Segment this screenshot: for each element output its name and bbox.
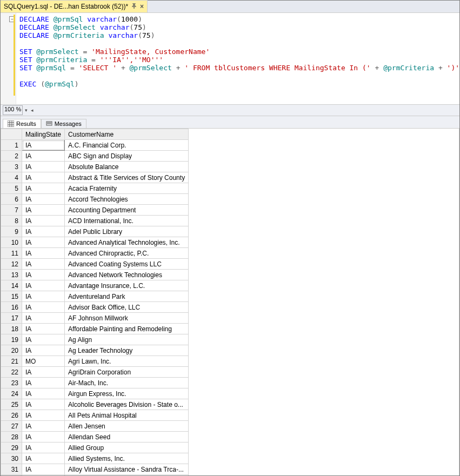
table-row[interactable]: 27IAAllen Jensen <box>1 421 189 432</box>
cell-mailingstate[interactable]: IA <box>22 421 65 432</box>
cell-customername[interactable]: AgriDrain Corporation <box>65 367 189 378</box>
table-row[interactable]: 25IAAlcoholic Beverages Division - State… <box>1 399 189 410</box>
cell-customername[interactable]: Agri Lawn, Inc. <box>65 356 189 367</box>
table-row[interactable]: 22IAAgriDrain Corporation <box>1 367 189 378</box>
cell-customername[interactable]: Allen Jensen <box>65 421 189 432</box>
cell-mailingstate[interactable]: IA <box>22 226 65 237</box>
table-row[interactable]: 32IAAllsteel, Inc. <box>1 475 189 476</box>
cell-mailingstate[interactable]: IA <box>22 453 65 464</box>
table-row[interactable]: 15IAAdventureland Park <box>1 291 189 302</box>
cell-mailingstate[interactable]: IA <box>22 172 65 183</box>
cell-customername[interactable]: Adel Public Library <box>65 226 189 237</box>
cell-mailingstate[interactable]: IA <box>22 432 65 443</box>
table-row[interactable]: 8IAACD International, Inc. <box>1 216 189 226</box>
table-row[interactable]: 12IAAdvanced Coating Systems LLC <box>1 259 189 270</box>
cell-customername[interactable]: Abstract & Title Services of Story Count… <box>65 172 189 183</box>
cell-customername[interactable]: Ag Leader Technology <box>65 345 189 356</box>
col-mailingstate[interactable]: MailingState <box>22 129 65 140</box>
cell-mailingstate[interactable]: IA <box>22 280 65 291</box>
cell-mailingstate[interactable]: IA <box>22 388 65 399</box>
cell-mailingstate[interactable]: IA <box>22 140 65 151</box>
cell-mailingstate[interactable]: IA <box>22 443 65 453</box>
cell-mailingstate[interactable]: IA <box>22 151 65 162</box>
cell-mailingstate[interactable]: IA <box>22 410 65 421</box>
table-row[interactable]: 19IAAg Align <box>1 334 189 345</box>
cell-customername[interactable]: Advanced Chiropractic, P.C. <box>65 248 189 259</box>
cell-customername[interactable]: AF Johnson Millwork <box>65 313 189 324</box>
col-customername[interactable]: CustomerName <box>65 129 189 140</box>
table-row[interactable]: 9IAAdel Public Library <box>1 226 189 237</box>
cell-mailingstate[interactable]: IA <box>22 345 65 356</box>
cell-mailingstate[interactable]: IA <box>22 194 65 205</box>
cell-customername[interactable]: Ag Align <box>65 334 189 345</box>
zoom-selector[interactable]: 100 % <box>3 105 23 115</box>
cell-customername[interactable]: ACD International, Inc. <box>65 216 189 226</box>
cell-customername[interactable]: Allendan Seed <box>65 432 189 443</box>
cell-mailingstate[interactable]: IA <box>22 291 65 302</box>
cell-customername[interactable]: Advisor Back Office, LLC <box>65 302 189 313</box>
table-row[interactable]: 13IAAdvanced Network Technologies <box>1 270 189 280</box>
table-row[interactable]: 2IAABC Sign and Display <box>1 151 189 162</box>
scroll-left-icon[interactable]: ◂ <box>31 108 34 113</box>
cell-customername[interactable]: Air-Mach, Inc. <box>65 378 189 388</box>
cell-mailingstate[interactable]: MO <box>22 356 65 367</box>
cell-customername[interactable]: Affordable Painting and Remodeling <box>65 324 189 334</box>
results-grid[interactable]: MailingState CustomerName 1IAA.C. Financ… <box>1 129 189 475</box>
cell-mailingstate[interactable]: IA <box>22 367 65 378</box>
cell-customername[interactable]: Alcoholic Beverages Division - State o..… <box>65 399 189 410</box>
cell-customername[interactable]: Absolute Balance <box>65 162 189 172</box>
table-row[interactable]: 26IAAll Pets Animal Hospital <box>1 410 189 421</box>
cell-customername[interactable]: Advanced Network Technologies <box>65 270 189 280</box>
cell-customername[interactable]: Adventureland Park <box>65 291 189 302</box>
table-row[interactable]: 29IAAllied Group <box>1 443 189 453</box>
table-row[interactable]: 23IAAir-Mach, Inc. <box>1 378 189 388</box>
cell-mailingstate[interactable]: IA <box>22 237 65 248</box>
table-row[interactable]: 16IAAdvisor Back Office, LLC <box>1 302 189 313</box>
cell-mailingstate[interactable]: IA <box>22 464 65 475</box>
table-row[interactable]: 11IAAdvanced Chiropractic, P.C. <box>1 248 189 259</box>
cell-mailingstate[interactable]: IA <box>22 216 65 226</box>
cell-mailingstate[interactable]: IA <box>22 399 65 410</box>
cell-customername[interactable]: ABC Sign and Display <box>65 151 189 162</box>
cell-mailingstate[interactable]: IA <box>22 183 65 194</box>
cell-customername[interactable]: Alloy Virtual Assistance - Sandra Trca-.… <box>65 464 189 475</box>
cell-customername[interactable]: A.C. Financial Corp. <box>65 140 189 151</box>
cell-mailingstate[interactable]: IA <box>22 270 65 280</box>
table-row[interactable]: 31IAAlloy Virtual Assistance - Sandra Tr… <box>1 464 189 475</box>
table-row[interactable]: 6IAAccord Technologies <box>1 194 189 205</box>
cell-mailingstate[interactable]: IA <box>22 313 65 324</box>
chevron-down-icon[interactable]: ▾ <box>25 108 28 113</box>
table-row[interactable]: 1IAA.C. Financial Corp. <box>1 140 189 151</box>
table-row[interactable]: 17IAAF Johnson Millwork <box>1 313 189 324</box>
table-row[interactable]: 3IAAbsolute Balance <box>1 162 189 172</box>
cell-mailingstate[interactable]: IA <box>22 475 65 476</box>
table-row[interactable]: 4IAAbstract & Title Services of Story Co… <box>1 172 189 183</box>
cell-customername[interactable]: Allied Systems, Inc. <box>65 453 189 464</box>
cell-mailingstate[interactable]: IA <box>22 248 65 259</box>
cell-customername[interactable]: Advanced Coating Systems LLC <box>65 259 189 270</box>
table-row[interactable]: 20IAAg Leader Technology <box>1 345 189 356</box>
cell-customername[interactable]: Acacia Fraternity <box>65 183 189 194</box>
cell-customername[interactable]: Allsteel, Inc. <box>65 475 189 476</box>
cell-customername[interactable]: Allied Group <box>65 443 189 453</box>
results-grid-wrap[interactable]: MailingState CustomerName 1IAA.C. Financ… <box>1 129 459 475</box>
cell-mailingstate[interactable]: IA <box>22 334 65 345</box>
cell-customername[interactable]: Advanced Analytical Technologies, Inc. <box>65 237 189 248</box>
tab-messages[interactable]: Messages <box>41 119 86 128</box>
table-row[interactable]: 28IAAllendan Seed <box>1 432 189 443</box>
tab-results[interactable]: Results <box>3 119 41 128</box>
cell-mailingstate[interactable]: IA <box>22 205 65 216</box>
cell-mailingstate[interactable]: IA <box>22 378 65 388</box>
cell-customername[interactable]: All Pets Animal Hospital <box>65 410 189 421</box>
table-row[interactable]: 10IAAdvanced Analytical Technologies, In… <box>1 237 189 248</box>
table-row[interactable]: 7IAAccounting Department <box>1 205 189 216</box>
table-row[interactable]: 14IAAdvantage Insurance, L.C. <box>1 280 189 291</box>
table-row[interactable]: 5IAAcacia Fraternity <box>1 183 189 194</box>
table-row[interactable]: 30IAAllied Systems, Inc. <box>1 453 189 464</box>
cell-mailingstate[interactable]: IA <box>22 259 65 270</box>
cell-mailingstate[interactable]: IA <box>22 302 65 313</box>
close-icon[interactable]: × <box>140 3 144 10</box>
sql-editor[interactable]: − DECLARE @prmSql varchar(1000) DECLARE … <box>1 13 459 104</box>
cell-customername[interactable]: Accounting Department <box>65 205 189 216</box>
cell-customername[interactable]: Accord Technologies <box>65 194 189 205</box>
